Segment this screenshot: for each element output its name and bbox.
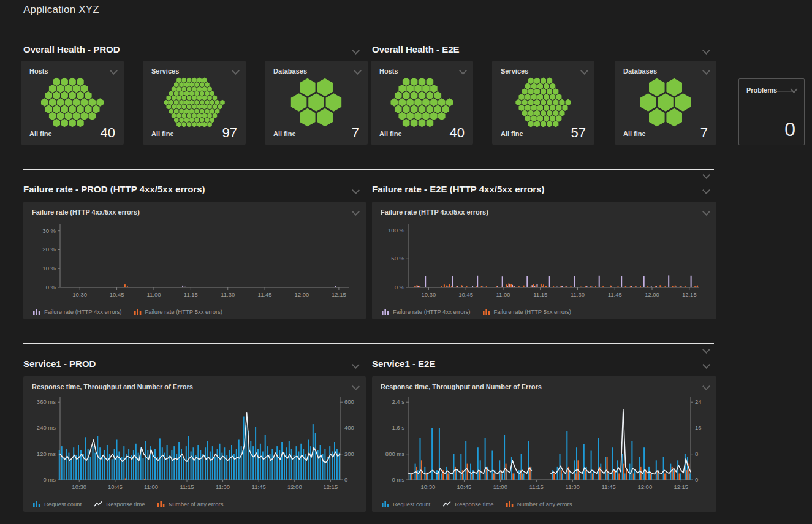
failure-rate-prod-chart[interactable]: 0 %10 %20 %30 %10:3010:4511:0011:1511:30… — [32, 220, 357, 303]
chevron-down-icon[interactable] — [580, 67, 588, 75]
chevron-down-icon[interactable] — [459, 67, 467, 75]
health-tile-services-e2e[interactable]: Services All fine 57 — [492, 61, 594, 145]
svg-text:11:00: 11:00 — [144, 484, 158, 490]
section-title-health-prod: Overall Health - PROD — [23, 44, 120, 55]
trend-dash — [777, 91, 793, 92]
svg-text:10:45: 10:45 — [110, 291, 124, 298]
chart-title: Response time, Throughput and Number of … — [381, 383, 542, 390]
svg-text:10:45: 10:45 — [457, 484, 472, 490]
chevron-down-icon[interactable] — [232, 67, 240, 75]
health-tile-databases-prod[interactable]: Databases All fine 7 — [265, 61, 368, 145]
bar-chart-icon — [382, 308, 390, 315]
chevron-down-icon[interactable] — [702, 67, 710, 75]
legend-label: Failure rate (HTTP 5xx errors) — [494, 308, 572, 315]
chevron-down-icon[interactable] — [110, 67, 118, 75]
svg-text:50 %: 50 % — [391, 255, 404, 262]
page-title: Application XYZ — [23, 4, 99, 16]
failure-rate-e2e-chart[interactable]: 0 %50 %100 %10:3010:4511:0011:1511:3011:… — [381, 220, 708, 303]
health-tile-databases-e2e[interactable]: Databases All fine 7 — [615, 61, 716, 145]
svg-text:12:00: 12:00 — [287, 484, 302, 490]
service1-prod-tile[interactable]: Response time, Throughput and Number of … — [23, 376, 366, 512]
service1-prod-chart[interactable]: 0 ms120 ms240 ms360 ms020040060010:3010:… — [32, 395, 357, 494]
legend-item: Failure rate (HTTP 5xx errors) — [134, 308, 223, 315]
status-label: All fine — [623, 130, 646, 137]
svg-text:12:15: 12:15 — [323, 484, 338, 490]
chart-legend: Failure rate (HTTP 4xx errors) Failure r… — [33, 308, 222, 315]
service1-e2e-chart[interactable]: 0 ms800 ms1.6 s2.4 s08162410:3010:4511:0… — [381, 395, 708, 494]
chart-title: Failure rate (HTTP 4xx/5xx errors) — [32, 208, 140, 216]
svg-text:10:45: 10:45 — [108, 484, 123, 490]
legend-item: Failure rate (HTTP 5xx errors) — [483, 308, 572, 315]
chevron-down-icon[interactable] — [352, 361, 360, 369]
svg-text:16: 16 — [695, 424, 702, 431]
problems-tile[interactable]: Problems 0 — [738, 78, 805, 145]
svg-text:10:30: 10:30 — [422, 291, 436, 298]
legend-item: Number of any errors — [157, 501, 224, 507]
entity-count: 7 — [700, 125, 708, 141]
tile-title: Databases — [623, 67, 657, 75]
chart-title: Failure rate (HTTP 4xx/5xx errors) — [381, 208, 488, 216]
status-label: All fine — [501, 130, 523, 137]
entity-count: 57 — [571, 125, 586, 141]
honeycomb-healthy — [371, 77, 473, 128]
tile-title: Hosts — [379, 67, 398, 75]
chevron-down-icon[interactable] — [702, 171, 710, 179]
chevron-down-icon[interactable] — [702, 47, 710, 55]
section-title-service-prod: Service1 - PROD — [23, 359, 96, 369]
svg-text:11:30: 11:30 — [221, 291, 235, 298]
failure-rate-prod-tile[interactable]: Failure rate (HTTP 4xx/5xx errors) 0 %10… — [23, 202, 366, 319]
chevron-down-icon[interactable] — [352, 47, 360, 55]
section-title-failure-e2e: Failure rate - E2E (HTTP 4xx/5xx errors) — [372, 184, 545, 194]
health-tile-services-prod[interactable]: Services All fine 97 — [143, 61, 246, 145]
service1-e2e-tile[interactable]: Response time, Throughput and Number of … — [372, 376, 716, 512]
svg-text:400: 400 — [344, 424, 354, 431]
chevron-down-icon[interactable] — [702, 208, 710, 216]
svg-text:8: 8 — [695, 450, 698, 457]
svg-text:10 %: 10 % — [42, 265, 56, 271]
legend-label: Number of any errors — [169, 501, 224, 507]
section-title-health-e2e: Overall Health - E2E — [372, 44, 460, 55]
status-label: All fine — [379, 130, 402, 137]
legend-item: Response time — [442, 501, 493, 507]
chevron-down-icon[interactable] — [352, 208, 360, 216]
bar-chart-icon — [382, 501, 390, 507]
svg-text:11:45: 11:45 — [608, 291, 622, 298]
legend-label: Response time — [106, 501, 145, 507]
failure-rate-e2e-tile[interactable]: Failure rate (HTTP 4xx/5xx errors) 0 %50… — [372, 202, 716, 319]
chevron-down-icon[interactable] — [702, 346, 710, 354]
line-chart-icon — [442, 501, 452, 507]
problems-count: 0 — [784, 118, 795, 141]
health-tile-hosts-prod[interactable]: Hosts All fine 40 — [21, 61, 124, 145]
chevron-down-icon[interactable] — [702, 186, 710, 194]
honeycomb-healthy — [265, 77, 368, 128]
legend-label: Request count — [44, 501, 82, 507]
line-chart-icon — [94, 501, 103, 507]
chart-legend: Failure rate (HTTP 4xx errors) Failure r… — [382, 308, 571, 315]
svg-text:0 ms: 0 ms — [392, 476, 404, 483]
svg-text:0 ms: 0 ms — [43, 476, 56, 483]
bar-chart-icon — [506, 501, 514, 507]
svg-text:0: 0 — [344, 476, 347, 483]
chevron-down-icon[interactable] — [702, 382, 710, 390]
svg-text:11:15: 11:15 — [184, 291, 198, 298]
chart-title: Response time, Throughput and Number of … — [32, 383, 193, 390]
legend-item: Failure rate (HTTP 4xx errors) — [33, 308, 122, 315]
chevron-down-icon[interactable] — [354, 67, 362, 75]
svg-text:10:30: 10:30 — [72, 291, 87, 298]
svg-text:800 ms: 800 ms — [385, 450, 404, 457]
legend-item: Failure rate (HTTP 4xx errors) — [382, 308, 471, 315]
svg-text:11:45: 11:45 — [602, 484, 616, 490]
legend-item: Request count — [382, 501, 430, 507]
chevron-down-icon[interactable] — [352, 382, 360, 390]
svg-text:200: 200 — [344, 450, 354, 457]
section-title-failure-prod: Failure rate - PROD (HTTP 4xx/5xx errors… — [23, 184, 205, 194]
chevron-down-icon[interactable] — [352, 186, 360, 194]
health-tile-hosts-e2e[interactable]: Hosts All fine 40 — [371, 61, 473, 145]
svg-text:10:30: 10:30 — [421, 484, 436, 490]
svg-text:12:00: 12:00 — [295, 291, 309, 298]
honeycomb-healthy — [143, 77, 246, 128]
bar-chart-icon — [33, 501, 41, 507]
chevron-down-icon[interactable] — [702, 361, 710, 369]
svg-text:11:30: 11:30 — [571, 291, 585, 298]
svg-text:360 ms: 360 ms — [37, 398, 56, 405]
